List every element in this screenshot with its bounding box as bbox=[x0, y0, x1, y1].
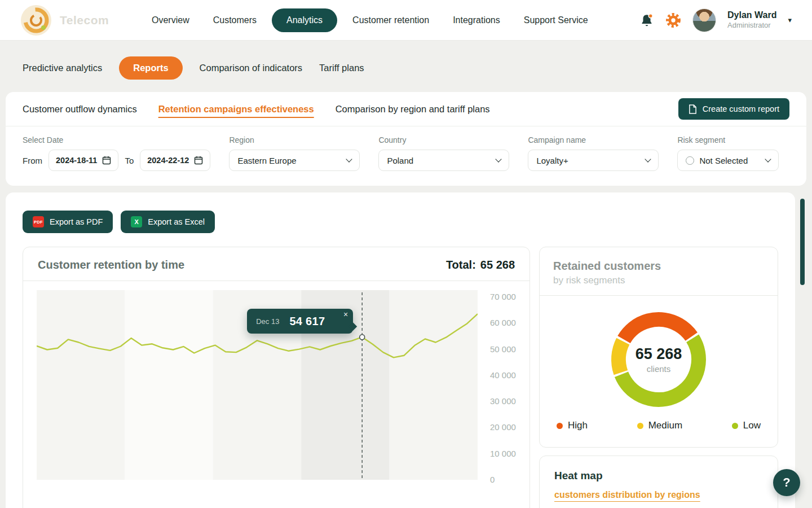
excel-icon: X bbox=[131, 216, 142, 227]
tab-customer-outflow-dynamics[interactable]: Customer outflow dynamics bbox=[23, 104, 137, 115]
user-role: Administrator bbox=[727, 21, 776, 30]
total-label: Total: bbox=[446, 259, 476, 271]
tab-predictive-analytics[interactable]: Predictive analytics bbox=[23, 63, 102, 73]
nav-analytics[interactable]: Analytics bbox=[272, 8, 337, 32]
donut-center-label: clients bbox=[647, 364, 671, 374]
document-icon bbox=[689, 104, 697, 114]
legend-dot-high bbox=[557, 423, 563, 429]
nav-support-service[interactable]: Support Service bbox=[515, 10, 597, 31]
region-value: Eastern Europe bbox=[237, 156, 296, 165]
legend-item-medium[interactable]: Medium bbox=[637, 420, 682, 431]
legend-label-low: Low bbox=[743, 420, 761, 431]
risk-segment-value: Not Selected bbox=[699, 156, 748, 165]
user-avatar[interactable] bbox=[692, 8, 716, 32]
chevron-down-icon bbox=[765, 156, 771, 162]
chevron-down-icon bbox=[346, 156, 352, 162]
country-label: Country bbox=[378, 135, 509, 144]
analytics-section-tabs: Predictive analytics Reports Comparison … bbox=[0, 41, 812, 92]
heat-map-subtitle-link[interactable]: customers distribution by regions bbox=[554, 490, 700, 500]
tab-reports[interactable]: Reports bbox=[119, 56, 182, 80]
nav-integrations[interactable]: Integrations bbox=[444, 10, 509, 31]
filter-date: Select Date From 2024-18-11 To 2024-22-1… bbox=[23, 135, 210, 171]
tab-tariff-plans[interactable]: Tariff plans bbox=[319, 63, 364, 73]
line-chart-plot[interactable]: Dec 13 54 617 × bbox=[37, 290, 478, 482]
create-custom-report-button[interactable]: Create custom report bbox=[678, 98, 789, 120]
date-from-input[interactable]: 2024-18-11 bbox=[48, 150, 118, 171]
main-nav: Overview Customers Analytics Customer re… bbox=[143, 8, 597, 32]
legend-item-high[interactable]: High bbox=[557, 420, 588, 431]
nav-overview[interactable]: Overview bbox=[143, 10, 198, 31]
retention-by-time-card: Customer retention by time Total: 65 268… bbox=[23, 247, 530, 508]
help-button[interactable]: ? bbox=[773, 469, 800, 496]
radio-circle-icon bbox=[686, 156, 694, 165]
legend-label-medium: Medium bbox=[648, 420, 682, 431]
top-navigation-bar: Telecom Overview Customers Analytics Cus… bbox=[0, 0, 812, 41]
legend-dot-medium bbox=[637, 423, 643, 429]
pdf-icon: PDF bbox=[33, 216, 44, 227]
nav-customers[interactable]: Customers bbox=[205, 10, 265, 31]
brand-logo-icon bbox=[20, 5, 52, 36]
country-value: Poland bbox=[387, 156, 413, 165]
chart-title: Customer retention by time bbox=[38, 259, 184, 271]
user-menu[interactable]: Dylan Ward Administrator bbox=[727, 10, 776, 30]
heat-map-card: Heat map customers distribution by regio… bbox=[539, 456, 778, 508]
chevron-down-icon bbox=[645, 156, 651, 162]
filter-risk-segment: Risk segment Not Selected bbox=[677, 135, 779, 171]
calendar-icon bbox=[102, 156, 111, 165]
donut-card-subtitle: by risk segments bbox=[553, 275, 764, 286]
retained-customers-card: Retained customers by risk segments 65 2… bbox=[539, 247, 778, 448]
user-name: Dylan Ward bbox=[727, 10, 776, 21]
campaign-value: Loyalty+ bbox=[536, 156, 568, 165]
select-date-label: Select Date bbox=[23, 135, 210, 144]
donut-card-title: Retained customers bbox=[553, 260, 764, 273]
tab-retention-campaigns-effectiveness[interactable]: Retention campaigns effectiveness bbox=[158, 104, 314, 115]
from-label: From bbox=[23, 156, 42, 165]
filter-campaign: Campaign name Loyalty+ bbox=[528, 135, 659, 171]
region-label: Region bbox=[229, 135, 360, 144]
chevron-down-icon bbox=[496, 156, 502, 162]
user-menu-chevron-down-icon[interactable]: ▾ bbox=[788, 16, 792, 24]
date-to-input[interactable]: 2024-22-12 bbox=[140, 150, 210, 171]
legend-dot-low bbox=[732, 423, 738, 429]
campaign-name-label: Campaign name bbox=[528, 135, 659, 144]
region-select[interactable]: Eastern Europe bbox=[229, 150, 360, 171]
export-excel-button[interactable]: X Export as Excel bbox=[121, 211, 215, 233]
to-label: To bbox=[125, 156, 134, 165]
heat-map-title: Heat map bbox=[554, 470, 763, 482]
settings-gear-icon[interactable] bbox=[665, 12, 681, 28]
tab-comparison-of-indicators[interactable]: Comparison of indicators bbox=[200, 63, 303, 73]
tooltip-value: 54 617 bbox=[289, 315, 325, 328]
filter-country: Country Poland bbox=[378, 135, 509, 171]
donut-legend: High Medium Low bbox=[540, 417, 778, 447]
chart-total: Total: 65 268 bbox=[446, 259, 515, 271]
legend-label-high: High bbox=[568, 420, 588, 431]
nav-customer-retention[interactable]: Customer retention bbox=[344, 10, 438, 31]
filters-row: Select Date From 2024-18-11 To 2024-22-1… bbox=[6, 126, 806, 186]
risk-segment-select[interactable]: Not Selected bbox=[677, 150, 779, 171]
page-scrollbar-thumb[interactable] bbox=[800, 199, 805, 285]
country-select[interactable]: Poland bbox=[378, 150, 509, 171]
risk-segment-label: Risk segment bbox=[677, 135, 779, 144]
export-row: PDF Export as PDF X Export as Excel bbox=[23, 211, 778, 233]
brand[interactable]: Telecom bbox=[20, 5, 143, 36]
report-tabs: Customer outflow dynamics Retention camp… bbox=[6, 92, 806, 126]
campaign-select[interactable]: Loyalty+ bbox=[528, 150, 659, 171]
tooltip-close-icon[interactable]: × bbox=[343, 310, 348, 318]
filter-region: Region Eastern Europe bbox=[229, 135, 360, 171]
tooltip-date: Dec 13 bbox=[256, 317, 279, 326]
create-custom-report-label: Create custom report bbox=[703, 104, 779, 113]
total-value: 65 268 bbox=[480, 259, 515, 271]
chart-tooltip: Dec 13 54 617 × bbox=[247, 309, 353, 334]
date-to-value: 2024-22-12 bbox=[147, 156, 189, 165]
export-excel-label: Export as Excel bbox=[148, 217, 205, 226]
legend-item-low[interactable]: Low bbox=[732, 420, 761, 431]
risk-segments-donut-chart[interactable]: 65 268 clients bbox=[611, 312, 707, 408]
y-axis-labels: 010 00020 00030 00040 00050 00060 00070 … bbox=[483, 290, 529, 482]
report-content-card: PDF Export as PDF X Export as Excel Cust… bbox=[6, 192, 795, 508]
topbar-right: Dylan Ward Administrator ▾ bbox=[639, 8, 792, 32]
calendar-icon bbox=[194, 156, 203, 165]
donut-center-value: 65 268 bbox=[636, 345, 682, 363]
export-pdf-button[interactable]: PDF Export as PDF bbox=[23, 211, 113, 233]
tab-comparison-by-region-and-tariff-plans[interactable]: Comparison by region and tariff plans bbox=[336, 104, 490, 115]
notifications-bell-icon[interactable] bbox=[639, 13, 654, 28]
